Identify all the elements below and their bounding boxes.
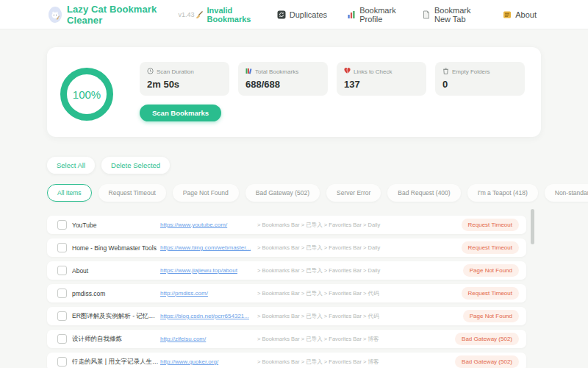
status-badge: Bad Gateway (502) [455, 333, 519, 345]
bookmark-folder-path: > Bookmarks Bar > 已导入 > Favorites Bar > … [257, 222, 462, 229]
row-checkbox[interactable] [57, 357, 67, 367]
status-badge: Page Not Found [463, 264, 519, 277]
nav-label: Duplicates [290, 10, 327, 19]
nav-label: Invalid Bookmarks [207, 6, 257, 24]
row-checkbox[interactable] [57, 266, 67, 275]
row-checkbox[interactable] [57, 220, 67, 230]
status-filters: All Items Request Timeout Page Not Found… [47, 184, 588, 202]
scan-bookmarks-button[interactable]: Scan Bookmarks [140, 105, 221, 121]
filter-bad-gateway[interactable]: Bad Gateway (502) [245, 184, 320, 202]
table-row: Home - Bing Webmaster Tools https://www.… [47, 238, 526, 257]
nav-bookmark-new-tab[interactable]: Bookmark New Tab [422, 6, 483, 24]
stat-value: 137 [344, 79, 419, 90]
stat-value: 688/688 [245, 79, 320, 90]
bookmark-folder-path: > Bookmarks Bar > 已导入 > Favorites Bar > … [257, 244, 462, 252]
table-row: 设计师的自我修炼 http://zifeisu.com/ > Bookmarks… [47, 330, 526, 348]
bookmark-title: 设计师的自我修炼 [72, 335, 160, 344]
broom-icon [195, 10, 204, 19]
stat-label: Scan Duration [157, 68, 194, 75]
stat-label: Empty Folders [452, 68, 490, 75]
delete-selected-button[interactable]: Delete Selected [101, 157, 170, 174]
nav-about[interactable]: About [503, 10, 537, 19]
bookmark-title: ER图详解及实例解析 - 记忆碎片的... [72, 312, 160, 321]
bookmark-folder-path: > Bookmarks Bar > 已导入 > Favorites Bar > … [257, 290, 462, 297]
stat-value: 2m 50s [147, 79, 222, 90]
nav-label: Bookmark New Tab [434, 6, 483, 24]
row-checkbox[interactable] [57, 334, 67, 344]
nav-label: About [515, 10, 537, 19]
bookmark-url-link[interactable]: https://www.youtube.com/ [160, 222, 254, 228]
bookmark-url-link[interactable]: https://blog.csdn.net/pcrr654321... [160, 313, 254, 319]
select-all-button[interactable]: Select All [47, 157, 95, 174]
broken-heart-icon [344, 68, 351, 76]
scan-progress-value: 100% [73, 88, 101, 101]
bookmark-title: About [72, 267, 160, 275]
filter-non-standard-error[interactable]: Non-standard Error (468) [545, 184, 588, 202]
bookmark-folder-path: > Bookmarks Bar > 已导入 > Favorites Bar > … [257, 267, 463, 275]
bookmark-url-link[interactable]: https://www.bing.com/webmaster... [160, 244, 254, 251]
stat-value: 0 [442, 79, 517, 90]
filter-page-not-found[interactable]: Page Not Found [173, 184, 239, 202]
stat-label: Total Bookmarks [255, 68, 298, 75]
bookmark-title: Home - Bing Webmaster Tools [72, 244, 160, 252]
nav-invalid-bookmarks[interactable]: Invalid Bookmarks [195, 6, 257, 24]
bookmark-url-link[interactable]: http://www.quoker.org/ [160, 358, 254, 365]
table-row: About https://www.jiajiewu.top/about > B… [47, 261, 526, 280]
bookmark-title: YouTube [72, 222, 160, 229]
filter-server-error[interactable]: Server Error [326, 184, 381, 202]
nav-label: Bookmark Profile [359, 6, 402, 24]
bookmark-folder-path: > Bookmarks Bar > 已导入 > Favorites Bar > … [257, 336, 455, 343]
clock-icon [147, 68, 154, 76]
about-book-icon [503, 10, 512, 19]
table-row: ER图详解及实例解析 - 记忆碎片的... https://blog.csdn.… [47, 307, 526, 325]
filter-request-timeout[interactable]: Request Timeout [98, 184, 166, 202]
row-checkbox[interactable] [57, 311, 67, 321]
stat-scan-duration: Scan Duration 2m 50s [140, 62, 229, 96]
page-icon [422, 10, 431, 19]
main-nav: Invalid Bookmarks Duplicates Bookmark Pr… [195, 6, 537, 24]
cat-logo-icon [49, 7, 62, 23]
books-icon [245, 68, 252, 76]
table-row: YouTube https://www.youtube.com/ > Bookm… [47, 216, 526, 234]
bookmark-title: 行走的风景 | 用文字记录人生的风景 [72, 358, 160, 367]
row-checkbox[interactable] [57, 289, 67, 298]
table-row: 行走的风景 | 用文字记录人生的风景 http://www.quoker.org… [47, 353, 526, 368]
status-badge: Page Not Found [463, 310, 519, 322]
status-badge: Bad Gateway (502) [455, 355, 519, 368]
scan-progress-ring: 100% [60, 68, 113, 121]
duplicates-cycle-icon [277, 10, 286, 19]
app-title: Lazy Cat Bookmark Cleaner [67, 4, 172, 26]
list-scrollbar[interactable] [531, 209, 534, 244]
bookmark-folder-path: > Bookmarks Bar > 已导入 > Favorites Bar > … [257, 313, 463, 320]
app-header: Lazy Cat Bookmark Cleaner v1.43 Invalid … [0, 0, 588, 29]
filter-teapot[interactable]: I'm a Teapot (418) [467, 184, 538, 202]
filter-bad-request[interactable]: Bad Request (400) [387, 184, 460, 202]
bookmark-list: YouTube https://www.youtube.com/ > Bookm… [47, 216, 526, 368]
filter-all-items[interactable]: All Items [47, 184, 92, 202]
nav-bookmark-profile[interactable]: Bookmark Profile [347, 6, 402, 24]
stat-empty-folders: Empty Folders 0 [435, 62, 525, 96]
status-badge: Request Timeout [462, 287, 519, 300]
bookmark-url-link[interactable]: http://zifeisu.com/ [160, 336, 254, 342]
bookmark-url-link[interactable]: http://pmdiss.com/ [160, 290, 254, 297]
app-version: v1.43 [178, 11, 194, 18]
stats-row: Scan Duration 2m 50s Total Bookmarks 688… [140, 62, 525, 96]
bookmark-folder-path: > Bookmarks Bar > 已导入 > Favorites Bar > … [257, 358, 455, 366]
table-row: pmdiss.com http://pmdiss.com/ > Bookmark… [47, 284, 526, 302]
status-badge: Request Timeout [462, 219, 519, 231]
stat-total-bookmarks: Total Bookmarks 688/688 [238, 62, 328, 96]
brand: Lazy Cat Bookmark Cleaner v1.43 [49, 4, 195, 26]
bookmark-url-link[interactable]: https://www.jiajiewu.top/about [160, 267, 254, 274]
scan-summary-card: 100% Scan Duration 2m 50s Total Bookmark… [47, 47, 541, 137]
stat-label: Links to Check [354, 68, 392, 75]
bar-chart-icon [347, 10, 356, 19]
bulk-actions: Select All Delete Selected [47, 157, 588, 174]
bookmark-title: pmdiss.com [72, 290, 160, 297]
stat-links-to-check: Links to Check 137 [337, 62, 426, 96]
row-checkbox[interactable] [57, 243, 67, 252]
status-badge: Request Timeout [462, 241, 519, 254]
nav-duplicates[interactable]: Duplicates [277, 10, 327, 19]
trash-icon [442, 68, 449, 76]
